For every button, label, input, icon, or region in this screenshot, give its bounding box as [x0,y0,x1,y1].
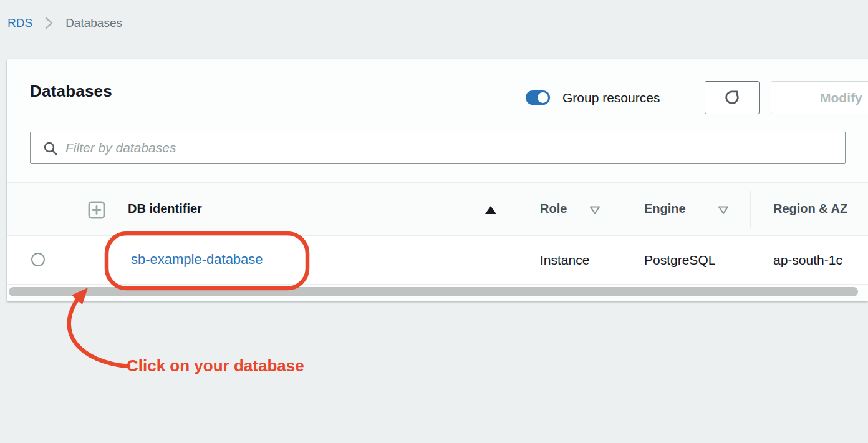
horizontal-scrollbar-thumb[interactable] [9,287,858,296]
horizontal-scrollbar-track[interactable] [7,285,868,298]
toggle-knob [538,92,548,103]
breadcrumb-rds-link[interactable]: RDS [7,16,32,30]
annotation-text: Click on your database [127,356,304,376]
header-divider [69,191,69,228]
engine-cell: PostgreSQL [644,253,715,268]
row-select-radio[interactable] [31,253,45,266]
header-divider [622,191,622,228]
column-header-db-identifier[interactable]: DB identifier [128,202,202,216]
group-resources-label: Group resources [562,90,660,105]
region-az-cell: ap-south-1c [773,253,842,268]
refresh-button[interactable] [705,81,760,114]
engine-filter-icon[interactable] [717,205,730,218]
search-icon [43,141,58,158]
breadcrumb-current-page: Databases [65,16,122,30]
role-filter-icon[interactable] [589,205,601,218]
db-identifier-link[interactable]: sb-example-database [131,251,263,268]
column-header-role[interactable]: Role [540,202,567,216]
header-divider [518,191,518,228]
filter-databases-input[interactable] [65,132,839,163]
table-row[interactable]: sb-example-database Instance PostgreSQL … [7,236,868,285]
annotation-arrow [69,299,128,366]
page-title: Databases [30,82,112,101]
breadcrumb-chevron-icon [45,17,53,29]
refresh-icon [723,88,741,107]
role-cell: Instance [540,253,589,268]
databases-panel: Databases Group resources Modify [7,59,868,301]
table-header-row: DB identifier Role Engine Region & AZ [7,182,868,236]
breadcrumb: RDS Databases [7,16,122,30]
column-header-region-az[interactable]: Region & AZ [773,202,847,216]
column-header-engine[interactable]: Engine [644,202,686,216]
modify-button[interactable]: Modify [771,81,868,114]
group-resources-toggle[interactable] [526,90,550,105]
sort-ascending-icon [485,206,496,214]
header-divider [750,191,751,228]
filter-box [30,132,846,164]
expand-rows-button[interactable] [88,201,105,221]
